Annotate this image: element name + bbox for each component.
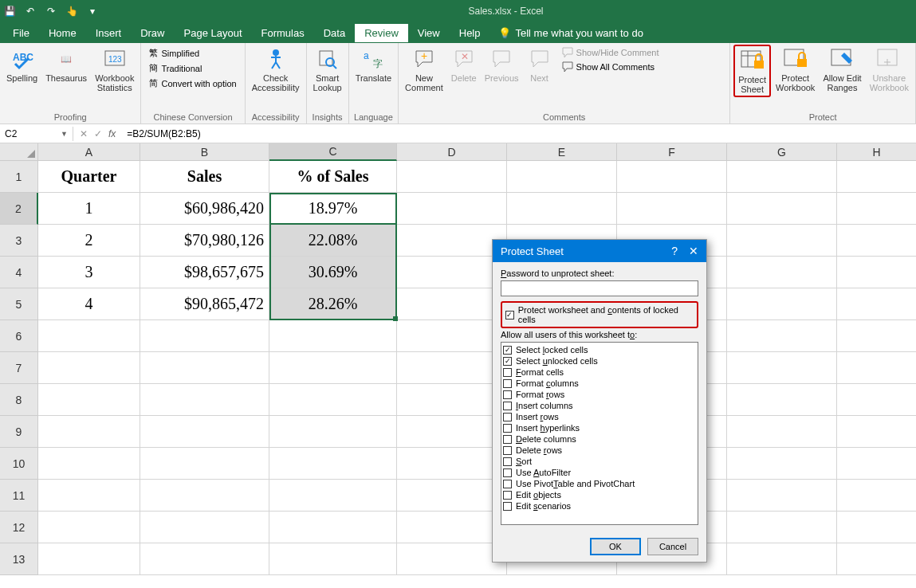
permission-format-cells[interactable]: Format cells xyxy=(503,367,696,378)
cell-H11[interactable] xyxy=(837,480,916,512)
close-icon[interactable]: ✕ xyxy=(689,245,698,257)
row-header-11[interactable]: 11 xyxy=(0,480,38,512)
menu-home[interactable]: Home xyxy=(39,24,86,42)
cell-C9[interactable] xyxy=(269,416,397,448)
permission-edit-objects[interactable]: Edit objects xyxy=(503,489,696,500)
cell-D6[interactable] xyxy=(397,320,507,352)
select-all-corner[interactable] xyxy=(0,143,38,161)
permission-format-rows[interactable]: Format rows xyxy=(503,389,696,400)
cell-H7[interactable] xyxy=(837,352,916,384)
row-header-6[interactable]: 6 xyxy=(0,320,38,352)
cell-B7[interactable] xyxy=(140,352,269,384)
dialog-title-bar[interactable]: Protect Sheet ? ✕ xyxy=(493,240,706,262)
save-icon[interactable]: 💾 xyxy=(3,5,16,18)
cell-A3[interactable]: 2 xyxy=(38,225,140,257)
cell-B2[interactable]: $60,986,420 xyxy=(140,193,269,225)
protect-workbook-button[interactable]: Protect Workbook xyxy=(773,45,818,94)
show-all-comments-button[interactable]: Show All Comments xyxy=(559,61,662,73)
help-icon[interactable]: ? xyxy=(671,245,678,257)
cell-G6[interactable] xyxy=(727,320,837,352)
cell-H13[interactable] xyxy=(837,543,916,575)
cell-D7[interactable] xyxy=(397,352,507,384)
cell-A2[interactable]: 1 xyxy=(38,193,140,225)
col-header-B[interactable]: B xyxy=(140,143,269,161)
traditional-button[interactable]: 簡Traditional xyxy=(146,61,239,75)
permission-insert-rows[interactable]: Insert rows xyxy=(503,411,696,422)
cell-B8[interactable] xyxy=(140,384,269,416)
cell-E2[interactable] xyxy=(507,193,617,225)
permission-insert-columns[interactable]: Insert columns xyxy=(503,400,696,411)
cell-A13[interactable] xyxy=(38,543,140,575)
cell-G7[interactable] xyxy=(727,352,837,384)
cell-H2[interactable] xyxy=(837,193,916,225)
enter-formula-icon[interactable]: ✓ xyxy=(94,128,102,139)
formula-input[interactable]: =B2/SUM(B2:B5) xyxy=(122,127,916,141)
cell-B1[interactable]: Sales xyxy=(140,161,269,193)
cancel-button[interactable]: Cancel xyxy=(647,538,698,555)
cell-C8[interactable] xyxy=(269,384,397,416)
cell-H10[interactable] xyxy=(837,448,916,480)
cell-C5[interactable]: 28.26% xyxy=(269,288,397,320)
permissions-list[interactable]: Select locked cellsSelect unlocked cells… xyxy=(501,342,698,525)
touch-mode-icon[interactable]: 👆 xyxy=(65,5,78,18)
protect-worksheet-checkbox[interactable]: Protect worksheet and contents of locked… xyxy=(501,301,698,328)
next-comment-button[interactable]: Next xyxy=(524,45,556,84)
permission-select-unlocked-cells[interactable]: Select unlocked cells xyxy=(503,355,696,367)
cell-G12[interactable] xyxy=(727,512,837,543)
cell-G5[interactable] xyxy=(727,288,837,320)
row-header-3[interactable]: 3 xyxy=(0,225,38,257)
cell-A9[interactable] xyxy=(38,416,140,448)
cell-C2[interactable]: 18.97% xyxy=(269,193,397,225)
cell-G4[interactable] xyxy=(727,257,837,288)
cell-C3[interactable]: 22.08% xyxy=(269,225,397,257)
cell-A4[interactable]: 3 xyxy=(38,257,140,288)
cell-D10[interactable] xyxy=(397,448,507,480)
cell-B5[interactable]: $90,865,472 xyxy=(140,288,269,320)
permission-sort[interactable]: Sort xyxy=(503,456,696,467)
thesaurus-button[interactable]: 📖 Thesaurus xyxy=(42,45,90,84)
cell-B12[interactable] xyxy=(140,512,269,543)
translate-button[interactable]: a字 Translate xyxy=(352,45,395,84)
cell-H5[interactable] xyxy=(837,288,916,320)
menu-page-layout[interactable]: Page Layout xyxy=(175,24,252,42)
cell-F1[interactable] xyxy=(617,161,727,193)
cell-H4[interactable] xyxy=(837,257,916,288)
menu-data[interactable]: Data xyxy=(314,24,355,42)
col-header-H[interactable]: H xyxy=(837,143,916,161)
permission-edit-scenarios[interactable]: Edit scenarios xyxy=(503,500,696,512)
row-header-10[interactable]: 10 xyxy=(0,448,38,480)
row-header-4[interactable]: 4 xyxy=(0,257,38,288)
cell-G8[interactable] xyxy=(727,384,837,416)
col-header-G[interactable]: G xyxy=(727,143,837,161)
col-header-C[interactable]: C xyxy=(269,143,397,161)
row-header-9[interactable]: 9 xyxy=(0,416,38,448)
cell-G10[interactable] xyxy=(727,448,837,480)
row-header-13[interactable]: 13 xyxy=(0,543,38,575)
cell-G9[interactable] xyxy=(727,416,837,448)
cell-G2[interactable] xyxy=(727,193,837,225)
redo-icon[interactable]: ↷ xyxy=(45,5,57,18)
cell-H9[interactable] xyxy=(837,416,916,448)
row-header-8[interactable]: 8 xyxy=(0,384,38,416)
cell-F2[interactable] xyxy=(617,193,727,225)
cell-D13[interactable] xyxy=(397,543,507,575)
cell-B9[interactable] xyxy=(140,416,269,448)
cell-C12[interactable] xyxy=(269,512,397,543)
cell-A7[interactable] xyxy=(38,352,140,384)
workbook-statistics-button[interactable]: 123 Workbook Statistics xyxy=(92,45,137,94)
cell-H1[interactable] xyxy=(837,161,916,193)
cell-H12[interactable] xyxy=(837,512,916,543)
cell-B3[interactable]: $70,980,126 xyxy=(140,225,269,257)
permission-format-columns[interactable]: Format columns xyxy=(503,378,696,389)
allow-edit-ranges-button[interactable]: Allow Edit Ranges xyxy=(820,45,864,94)
simplified-button[interactable]: 繁Simplified xyxy=(146,46,239,60)
col-header-D[interactable]: D xyxy=(397,143,507,161)
menu-insert[interactable]: Insert xyxy=(86,24,132,42)
row-header-7[interactable]: 7 xyxy=(0,352,38,384)
cell-D9[interactable] xyxy=(397,416,507,448)
permission-delete-columns[interactable]: Delete columns xyxy=(503,433,696,445)
cell-B4[interactable]: $98,657,675 xyxy=(140,257,269,288)
convert-option-button[interactable]: 简Convert with option xyxy=(146,76,239,90)
cell-E1[interactable] xyxy=(507,161,617,193)
cell-A10[interactable] xyxy=(38,448,140,480)
